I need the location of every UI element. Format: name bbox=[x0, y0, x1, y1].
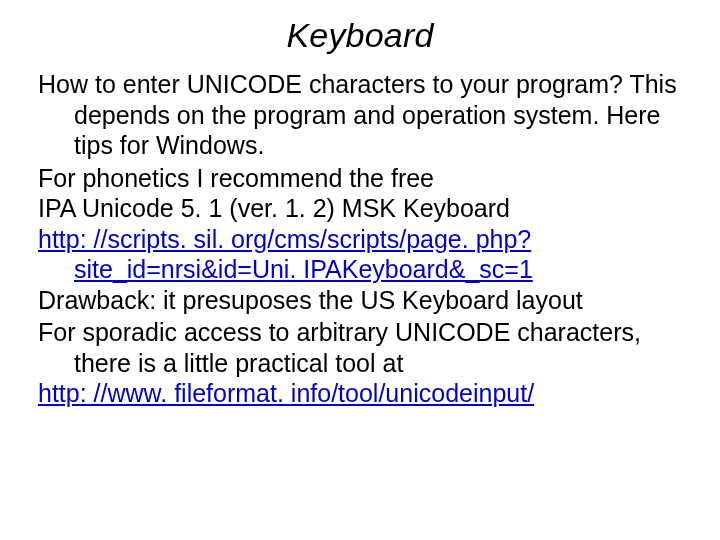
link-fileformat-tool[interactable]: http: //www. fileformat. info/tool/unico… bbox=[74, 378, 682, 409]
paragraph-phonetics: For phonetics I recommend the free IPA U… bbox=[38, 163, 682, 316]
slide-title: Keyboard bbox=[38, 16, 682, 55]
text-drawback: Drawback: it presuposes the US Keyboard … bbox=[74, 285, 682, 316]
text-phonetics-lead: For phonetics I recommend the free bbox=[38, 164, 434, 192]
text-intro: How to enter UNICODE characters to your … bbox=[38, 70, 677, 159]
paragraph-sporadic: For sporadic access to arbitrary UNICODE… bbox=[38, 317, 682, 409]
paragraph-intro: How to enter UNICODE characters to your … bbox=[38, 69, 682, 161]
text-sporadic: For sporadic access to arbitrary UNICODE… bbox=[38, 318, 641, 377]
link-sil-ipa-keyboard[interactable]: http: //scripts. sil. org/cms/scripts/pa… bbox=[74, 224, 682, 285]
slide: Keyboard How to enter UNICODE characters… bbox=[0, 0, 720, 540]
slide-body: How to enter UNICODE characters to your … bbox=[38, 69, 682, 409]
text-keyboard-name: IPA Unicode 5. 1 (ver. 1. 2) MSK Keyboar… bbox=[74, 193, 682, 224]
